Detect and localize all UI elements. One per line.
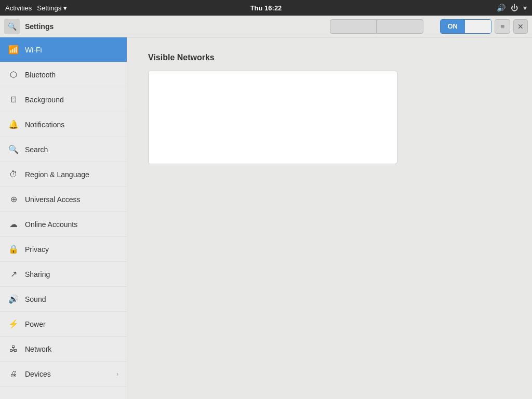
sidebar: 📶 Wi-Fi ⬡ Bluetooth 🖥 Background 🔔 Notif… (0, 37, 127, 399)
topbar-left: Activities Settings ▾ (5, 4, 67, 12)
sidebar-item-label: Region & Language (25, 170, 89, 179)
notifications-icon: 🔔 (8, 119, 19, 129)
toggle-input[interactable] (465, 19, 491, 34)
sidebar-item-label: Sharing (25, 270, 50, 278)
activities-button[interactable]: Activities (5, 4, 32, 12)
power-arrow-icon[interactable]: ▾ (523, 4, 527, 12)
sidebar-item-search[interactable]: 🔍 Search (0, 137, 127, 162)
menu-icon: ≡ (500, 22, 504, 31)
sidebar-item-label: Power (25, 320, 46, 328)
sidebar-item-bluetooth[interactable]: ⬡ Bluetooth (0, 62, 127, 87)
titlebar: 🔍 Settings ON ≡ ✕ (0, 16, 532, 37)
sidebar-item-power[interactable]: ⚡ Power (0, 312, 127, 337)
sharing-icon: ↗ (8, 269, 19, 279)
sidebar-item-region-language[interactable]: ⏱ Region & Language (0, 162, 127, 187)
main-layout: 📶 Wi-Fi ⬡ Bluetooth 🖥 Background 🔔 Notif… (0, 37, 532, 399)
sidebar-item-sound[interactable]: 🔊 Sound (0, 287, 127, 312)
titlebar-nav (330, 19, 423, 34)
search-icon: 🔍 (8, 144, 19, 154)
menu-button[interactable]: ≡ (495, 19, 510, 34)
sidebar-item-label: Notifications (25, 121, 64, 129)
content-title: Visible Networks (148, 53, 511, 62)
online-accounts-icon: ☁ (8, 219, 19, 229)
topbar-right: 🔊 ⏻ ▾ (497, 4, 527, 12)
sidebar-item-online-accounts[interactable]: ☁ Online Accounts (0, 212, 127, 237)
settings-menu-button[interactable]: Settings ▾ (37, 4, 67, 12)
sidebar-item-label: Universal Access (25, 195, 81, 204)
region-language-icon: ⏱ (8, 170, 19, 179)
power-icon: ⚡ (8, 319, 19, 329)
bluetooth-icon: ⬡ (8, 70, 19, 79)
sidebar-item-universal-access[interactable]: ⊕ Universal Access (0, 187, 127, 212)
sidebar-item-label: Network (25, 345, 51, 353)
nav-back-button[interactable] (330, 19, 377, 34)
nav-forward-button[interactable] (377, 19, 423, 34)
content-area: Visible Networks (127, 37, 532, 399)
on-button[interactable]: ON (441, 19, 466, 34)
sidebar-item-notifications[interactable]: 🔔 Notifications (0, 112, 127, 137)
wifi-icon: 📶 (8, 45, 19, 55)
sidebar-item-label: Privacy (25, 245, 49, 254)
wifi-toggle[interactable]: ON (440, 19, 492, 34)
sidebar-item-label: Wi-Fi (25, 46, 42, 54)
sidebar-item-label: Background (25, 96, 64, 104)
network-icon: 🖧 (8, 344, 19, 354)
topbar-clock: Thu 16:22 (250, 4, 282, 12)
sidebar-item-privacy[interactable]: 🔒 Privacy (0, 237, 127, 262)
titlebar-search-button[interactable]: 🔍 (4, 19, 20, 34)
sidebar-item-label: Online Accounts (25, 220, 77, 229)
devices-icon: 🖨 (8, 369, 19, 379)
sidebar-arrow-icon: › (116, 370, 118, 378)
privacy-icon: 🔒 (8, 244, 19, 254)
background-icon: 🖥 (8, 95, 19, 104)
search-icon: 🔍 (8, 22, 17, 31)
topbar: Activities Settings ▾ Thu 16:22 🔊 ⏻ ▾ (0, 0, 532, 16)
power-icon[interactable]: ⏻ (511, 4, 518, 12)
volume-icon[interactable]: 🔊 (497, 4, 506, 12)
sidebar-item-wifi[interactable]: 📶 Wi-Fi (0, 37, 127, 62)
sidebar-item-devices[interactable]: 🖨 Devices › (0, 362, 127, 387)
sidebar-item-network[interactable]: 🖧 Network (0, 337, 127, 362)
sidebar-item-label: Bluetooth (25, 71, 56, 79)
close-icon: ✕ (517, 22, 524, 31)
sidebar-item-sharing[interactable]: ↗ Sharing (0, 262, 127, 287)
titlebar-title: Settings (25, 22, 327, 31)
sidebar-item-label: Sound (25, 295, 46, 303)
sidebar-item-label: Devices (25, 370, 51, 378)
universal-access-icon: ⊕ (8, 194, 19, 204)
sidebar-item-left: 🖨 Devices (8, 369, 51, 379)
sidebar-item-label: Search (25, 145, 48, 154)
visible-networks-box (148, 71, 397, 164)
sound-icon: 🔊 (8, 294, 19, 304)
close-button[interactable]: ✕ (513, 19, 528, 34)
sidebar-item-background[interactable]: 🖥 Background (0, 87, 127, 112)
